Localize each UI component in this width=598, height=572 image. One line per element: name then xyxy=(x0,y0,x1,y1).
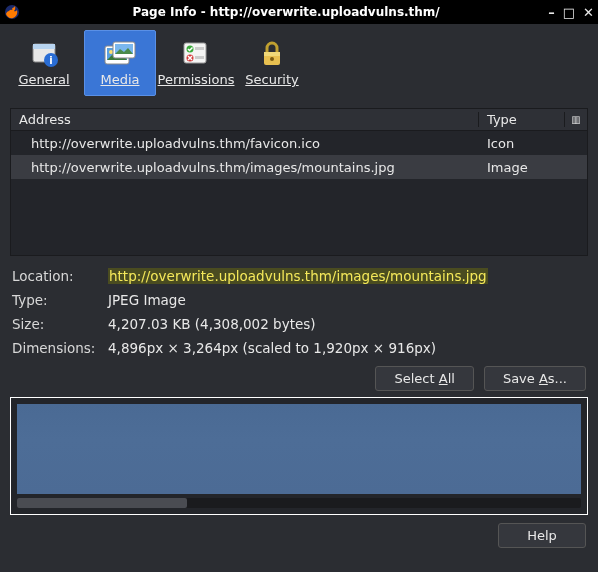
media-table: Address Type ▥ http://overwrite.uploadvu… xyxy=(10,108,588,256)
svg-text:i: i xyxy=(49,55,52,66)
info-icon: i xyxy=(27,39,61,69)
media-details: Location: http://overwrite.uploadvulns.t… xyxy=(10,256,588,360)
permissions-icon xyxy=(179,39,213,69)
cell-type: Icon xyxy=(487,136,579,151)
maximize-icon[interactable]: □ xyxy=(563,5,575,20)
titlebar: Page Info - http://overwrite.uploadvulns… xyxy=(0,0,598,24)
tab-media-label: Media xyxy=(100,72,139,87)
toolbar: i General Media Permissions Security xyxy=(2,26,596,102)
svg-rect-14 xyxy=(195,56,204,59)
tab-security-label: Security xyxy=(245,72,298,87)
type-value: JPEG Image xyxy=(108,292,586,308)
svg-rect-12 xyxy=(195,47,204,50)
svg-point-17 xyxy=(270,57,274,61)
cell-type: Image xyxy=(487,160,579,175)
location-label: Location: xyxy=(12,268,108,284)
save-as-button[interactable]: Save As... xyxy=(484,366,586,391)
select-all-button[interactable]: Select All xyxy=(375,366,473,391)
svg-rect-2 xyxy=(33,44,55,49)
lock-icon xyxy=(255,39,289,69)
tab-permissions-label: Permissions xyxy=(158,72,235,87)
tab-security[interactable]: Security xyxy=(236,30,308,96)
scrollbar-thumb[interactable] xyxy=(17,498,187,508)
window-title: Page Info - http://overwrite.uploadvulns… xyxy=(24,5,548,19)
location-value: http://overwrite.uploadvulns.thm/images/… xyxy=(108,268,586,284)
tab-general[interactable]: i General xyxy=(8,30,80,96)
svg-rect-16 xyxy=(264,52,280,56)
firefox-icon xyxy=(4,4,20,20)
type-label: Type: xyxy=(12,292,108,308)
close-icon[interactable]: ✕ xyxy=(583,5,594,20)
size-value: 4,207.03 KB (4,308,002 bytes) xyxy=(108,316,586,332)
page-info-window: i General Media Permissions Security A xyxy=(0,24,598,572)
dimensions-value: 4,896px × 3,264px (scaled to 1,920px × 9… xyxy=(108,340,586,356)
column-type[interactable]: Type xyxy=(479,112,565,127)
preview-image xyxy=(17,404,581,494)
dimensions-label: Dimensions: xyxy=(12,340,108,356)
cell-address: http://overwrite.uploadvulns.thm/images/… xyxy=(31,160,487,175)
table-header: Address Type ▥ xyxy=(11,109,587,131)
media-icon xyxy=(103,39,137,69)
tab-permissions[interactable]: Permissions xyxy=(160,30,232,96)
tab-media[interactable]: Media xyxy=(84,30,156,96)
table-row[interactable]: http://overwrite.uploadvulns.thm/favicon… xyxy=(11,131,587,155)
cell-address: http://overwrite.uploadvulns.thm/favicon… xyxy=(31,136,487,151)
preview-scrollbar[interactable] xyxy=(17,498,581,508)
column-picker-icon[interactable]: ▥ xyxy=(565,114,587,125)
svg-point-7 xyxy=(109,50,113,54)
column-address[interactable]: Address xyxy=(11,112,479,127)
minimize-icon[interactable]: – xyxy=(548,5,555,20)
table-row[interactable]: http://overwrite.uploadvulns.thm/images/… xyxy=(11,155,587,179)
size-label: Size: xyxy=(12,316,108,332)
tab-general-label: General xyxy=(18,72,69,87)
help-button[interactable]: Help xyxy=(498,523,586,548)
media-preview xyxy=(10,397,588,515)
